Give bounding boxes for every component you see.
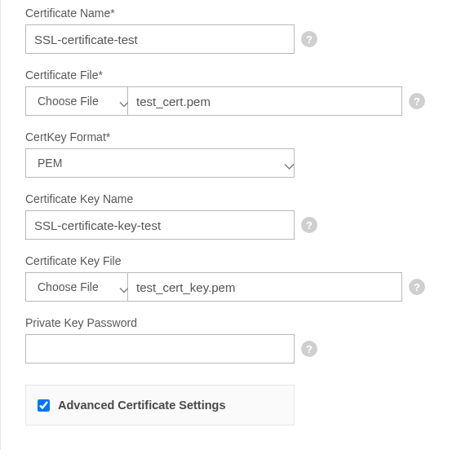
advanced-settings-checkbox[interactable]	[38, 399, 50, 412]
choose-file-label: Choose File	[38, 280, 99, 293]
cert-file-choose-button[interactable]: Choose File	[25, 86, 128, 116]
advanced-settings-label: Advanced Certificate Settings	[58, 399, 225, 412]
certkey-format-label: CertKey Format*	[25, 130, 437, 143]
private-key-pwd-input[interactable]	[25, 334, 295, 364]
help-icon[interactable]: ?	[301, 341, 317, 357]
cert-file-label: Certificate File*	[25, 68, 437, 82]
cert-key-name-label: Certificate Key Name	[25, 192, 437, 205]
certkey-format-value: PEM	[38, 156, 62, 170]
cert-file-name[interactable]: test_cert.pem	[128, 86, 402, 116]
certkey-format-select[interactable]: PEM	[25, 148, 295, 178]
cert-name-input[interactable]	[25, 24, 295, 54]
cert-key-file-choose-button[interactable]: Choose File	[25, 272, 128, 302]
choose-file-label: Choose File	[38, 95, 99, 108]
private-key-pwd-label: Private Key Password	[25, 316, 437, 329]
cert-name-label: Certificate Name*	[25, 7, 437, 20]
help-icon[interactable]: ?	[301, 31, 317, 47]
cert-key-file-name[interactable]: test_cert_key.pem	[128, 272, 402, 302]
help-icon[interactable]: ?	[409, 93, 425, 109]
cert-key-name-input[interactable]	[25, 210, 295, 240]
help-icon[interactable]: ?	[301, 217, 317, 233]
cert-key-file-label: Certificate Key File	[25, 254, 437, 267]
help-icon[interactable]: ?	[409, 279, 425, 295]
advanced-settings-box: Advanced Certificate Settings	[25, 385, 295, 425]
